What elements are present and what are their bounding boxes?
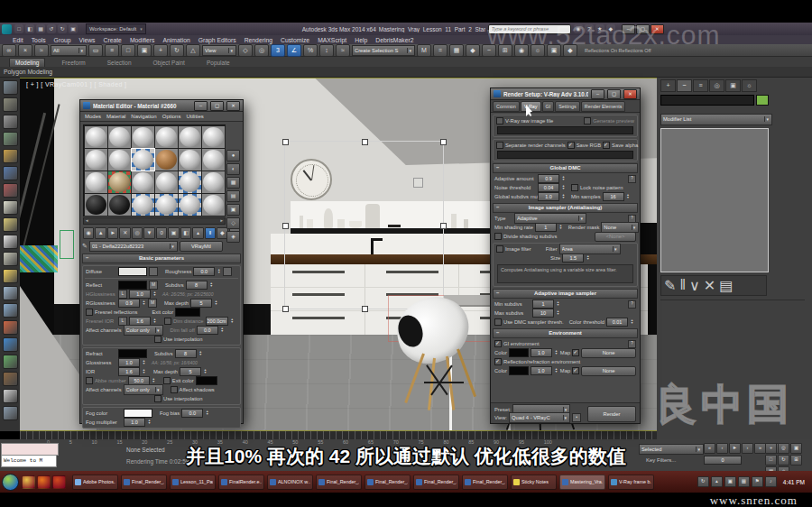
vray-tool-icon-9[interactable] bbox=[3, 217, 18, 232]
maximize-viewport-icon[interactable]: ⊞ bbox=[790, 455, 802, 466]
unlink-selection-icon[interactable]: × bbox=[18, 44, 32, 57]
vray-tool-icon-18[interactable] bbox=[3, 372, 18, 386]
vray-tool-icon-15[interactable] bbox=[3, 320, 18, 335]
polygon-modeling-label[interactable]: Polygon Modeling bbox=[4, 69, 52, 75]
refract-affect-dropdown[interactable]: Color only bbox=[124, 384, 163, 395]
material-sample-14[interactable] bbox=[107, 171, 132, 194]
selection-handle[interactable] bbox=[282, 139, 289, 145]
update-icon[interactable]: ▣ bbox=[724, 476, 736, 487]
menu-group[interactable]: Group bbox=[54, 37, 71, 43]
reflect-subdivs-spinner[interactable]: 8 bbox=[186, 281, 208, 290]
menu-animation[interactable]: Animation bbox=[162, 37, 189, 43]
object-color-swatch[interactable] bbox=[756, 95, 769, 106]
minimize-icon[interactable]: – bbox=[591, 89, 604, 99]
material-id-icon[interactable]: 0 bbox=[156, 227, 167, 239]
open-file-icon[interactable]: ◧ bbox=[25, 24, 34, 33]
redo-icon[interactable]: ↻ bbox=[58, 24, 67, 33]
refl-color-swatch[interactable] bbox=[509, 366, 529, 375]
firefox-icon[interactable] bbox=[37, 475, 51, 489]
previous-frame-icon[interactable]: ‹ bbox=[716, 443, 728, 454]
use-interpolation-checkbox[interactable] bbox=[154, 336, 161, 343]
mirror-icon[interactable]: M bbox=[417, 44, 431, 57]
refl-map-button[interactable]: None bbox=[581, 366, 636, 376]
environment-rollout[interactable]: Environment bbox=[493, 328, 638, 338]
render-button[interactable]: Render bbox=[587, 406, 636, 422]
graphite-icon[interactable]: ◆ bbox=[466, 44, 480, 57]
adaptive-amount-spinner[interactable]: 0.9 bbox=[538, 174, 559, 183]
reflect-m-button[interactable]: M bbox=[149, 281, 158, 290]
flag-icon[interactable]: ⚑ bbox=[752, 476, 763, 487]
min-shading-spinner[interactable]: 1 bbox=[535, 223, 557, 232]
zoom-icon[interactable]: ◎ bbox=[778, 443, 789, 454]
image-sampler-rollout[interactable]: Image sampler (Antialiasing) bbox=[493, 203, 638, 213]
ribbon-tab-modeling[interactable]: Modeling bbox=[9, 58, 45, 67]
refract-exit-checkbox[interactable] bbox=[163, 377, 171, 384]
play-icon[interactable]: ► bbox=[729, 443, 741, 454]
percent-snap-icon[interactable]: % bbox=[303, 44, 318, 57]
transform-gizmo[interactable] bbox=[413, 178, 423, 188]
project-folder-icon[interactable]: ▣ bbox=[69, 24, 78, 33]
current-frame-spinner[interactable]: 0 bbox=[704, 456, 742, 465]
selection-handle[interactable] bbox=[440, 223, 447, 229]
select-and-link-icon[interactable]: ∞ bbox=[2, 44, 16, 57]
refract-exit-swatch[interactable] bbox=[196, 376, 217, 385]
spinner-snap-icon[interactable]: ↕ bbox=[319, 44, 334, 57]
max-logo-icon[interactable] bbox=[2, 24, 12, 34]
make-copy-icon[interactable]: ◎ bbox=[132, 227, 143, 239]
layer-manager-icon[interactable]: ▦ bbox=[449, 44, 464, 57]
fog-mult-spinner[interactable]: 1.0 bbox=[124, 418, 145, 427]
sample-scrollbar[interactable]: ◄► bbox=[83, 217, 226, 225]
maximize-icon[interactable]: ▢ bbox=[210, 101, 224, 111]
menu-modifiers[interactable]: Modifiers bbox=[130, 37, 155, 43]
render-setup-window[interactable]: Render Setup: V-Ray Adv 3.10.02 – ▢ ✕ Co… bbox=[490, 88, 641, 424]
noise-threshold-spinner[interactable]: 0.04 bbox=[538, 183, 559, 192]
basic-parameters-rollout[interactable]: Basic parameters bbox=[82, 254, 241, 263]
color-threshold-spinner[interactable]: 0.01 bbox=[606, 318, 628, 327]
sample-type-icon[interactable]: ● bbox=[226, 150, 240, 161]
taskbar-button-alnoinox-w-[interactable]: ALNOINOX w... bbox=[267, 475, 313, 490]
zoom-region-icon[interactable]: □ bbox=[765, 455, 777, 466]
vray-tool-icon-12[interactable] bbox=[3, 269, 18, 283]
tiling-icon[interactable]: ▤ bbox=[226, 190, 240, 202]
material-sample-2[interactable] bbox=[107, 125, 132, 149]
refract-max-depth-spinner[interactable]: 5 bbox=[180, 367, 201, 376]
ribbon-tab-selection[interactable]: Selection bbox=[102, 59, 137, 67]
vray-tool-icon-10[interactable] bbox=[3, 235, 18, 249]
raw-image-checkbox[interactable] bbox=[496, 117, 503, 124]
material-sample-21[interactable] bbox=[131, 193, 155, 217]
backlight-icon[interactable]: ◐ bbox=[226, 163, 240, 175]
ribbon-tab-freeform[interactable]: Freeform bbox=[56, 59, 90, 67]
me-menu-material[interactable]: Material bbox=[106, 114, 125, 119]
view-dropdown[interactable]: Quad 4 - VRayC bbox=[509, 412, 570, 423]
exit-color-swatch[interactable] bbox=[175, 308, 200, 317]
taskbar-button-v-ray-frame-b-[interactable]: V-Ray frame b... bbox=[608, 475, 654, 490]
get-material-icon[interactable]: ◉ bbox=[83, 227, 94, 239]
material-sample-17[interactable] bbox=[178, 171, 202, 194]
vray-tool-icon-16[interactable] bbox=[3, 337, 18, 352]
material-sample-13[interactable] bbox=[84, 171, 108, 194]
menu-customize[interactable]: Customize bbox=[281, 37, 309, 43]
reference-coordinate-dropdown[interactable]: View bbox=[202, 45, 236, 56]
separate-channels-checkbox[interactable] bbox=[496, 142, 503, 149]
show-end-result-icon[interactable]: ‖ bbox=[679, 277, 686, 294]
key-filters-button[interactable]: Key Filters... bbox=[646, 457, 676, 463]
material-editor-titlebar[interactable]: Material Editor - Material #2660 – ▢ ✕ bbox=[80, 100, 243, 112]
ribbon-panel[interactable]: Polygon Modeling bbox=[0, 67, 812, 78]
material-sample-18[interactable] bbox=[201, 171, 226, 194]
fog-color-swatch[interactable] bbox=[124, 409, 152, 418]
edit-named-selection-icon[interactable]: ≈ bbox=[336, 44, 350, 57]
message-icon[interactable]: ▦ bbox=[738, 476, 750, 487]
go-forward-icon[interactable]: ‖ bbox=[205, 227, 216, 239]
go-to-parent-icon[interactable]: ▴ bbox=[192, 227, 203, 239]
vray-tool-icon-20[interactable] bbox=[3, 406, 18, 420]
material-sample-19[interactable] bbox=[84, 193, 108, 217]
remove-modifier-icon[interactable]: ✕ bbox=[704, 277, 715, 294]
roughness-spinner[interactable]: 0.0 bbox=[193, 267, 215, 276]
video-color-check-icon[interactable]: ▣ bbox=[226, 204, 240, 216]
refract-glossiness-spinner[interactable]: 1.0 bbox=[118, 358, 140, 367]
help-icon[interactable]: ? bbox=[628, 175, 636, 183]
selection-rectangle[interactable] bbox=[284, 141, 444, 309]
material-sample-3[interactable] bbox=[131, 125, 155, 149]
hglossiness-spinner[interactable]: 1.0 bbox=[129, 290, 151, 299]
ribbon-tab-object-paint[interactable]: Object Paint bbox=[148, 59, 190, 67]
